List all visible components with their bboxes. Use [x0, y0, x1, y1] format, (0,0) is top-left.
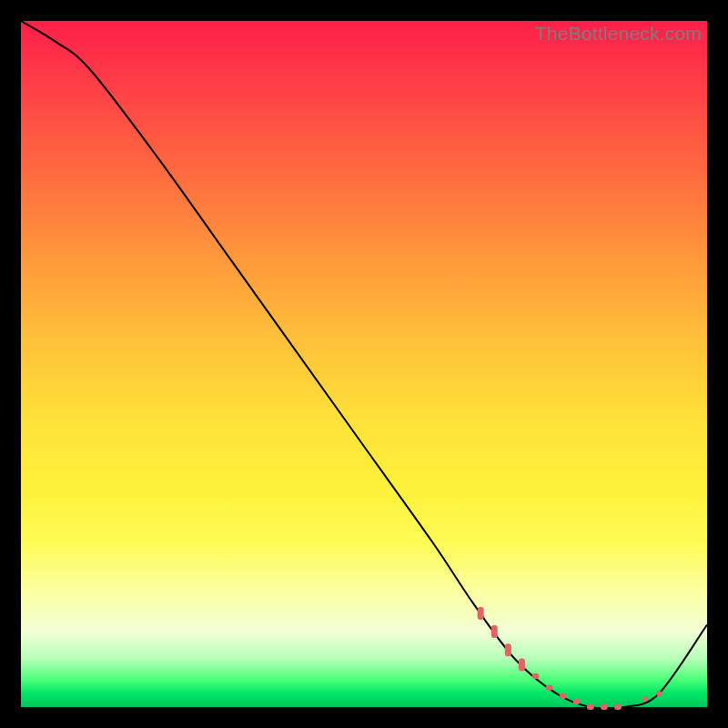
- trough-marker: [560, 693, 567, 699]
- chart-svg: [21, 21, 707, 707]
- trough-marker: [587, 704, 594, 710]
- bottleneck-curve: [21, 21, 707, 709]
- curve-group: [21, 21, 707, 709]
- trough-marker: [601, 704, 608, 710]
- trough-marker: [642, 696, 648, 702]
- trough-marker: [519, 659, 525, 672]
- trough-marker: [656, 691, 662, 696]
- trough-marker: [546, 685, 553, 691]
- trough-marker: [614, 704, 622, 710]
- trough-marker: [532, 673, 540, 679]
- trough-marker: [573, 699, 581, 704]
- trough-marker: [505, 643, 511, 656]
- trough-marker: [491, 625, 498, 638]
- chart-area: TheBottleneck.com: [21, 21, 707, 707]
- dots-group: [478, 607, 662, 710]
- trough-marker: [478, 607, 484, 620]
